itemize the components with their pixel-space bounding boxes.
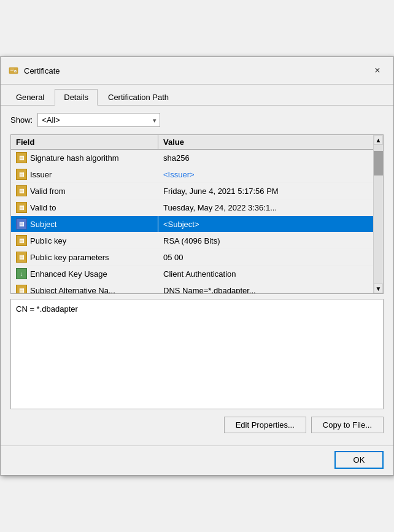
close-button[interactable]: × bbox=[369, 62, 386, 79]
copy-to-file-button[interactable]: Copy to File... bbox=[311, 417, 384, 433]
table-inner: Field Value ▤ Signature hash algorithm s… bbox=[11, 135, 373, 293]
cert-icon: ▤ bbox=[16, 218, 27, 229]
col-value-header: Value bbox=[158, 135, 373, 149]
certificate-table: Field Value ▤ Signature hash algorithm s… bbox=[10, 134, 384, 294]
table-row[interactable]: ▤ Public key parameters 05 00 bbox=[11, 249, 373, 266]
field-cell: ▤ Subject Alternative Na... bbox=[11, 282, 158, 293]
tab-certification-path[interactable]: Certification Path bbox=[99, 89, 178, 106]
show-select-wrapper: <All> Version 1 Fields Only Extensions O… bbox=[37, 113, 160, 127]
value-cell: sha256 bbox=[158, 151, 373, 165]
scroll-thumb[interactable] bbox=[374, 151, 383, 175]
value-cell: 05 00 bbox=[158, 250, 373, 264]
tab-details[interactable]: Details bbox=[55, 89, 98, 106]
cert-icon: ▤ bbox=[16, 252, 27, 263]
cert-icon: ▤ bbox=[16, 169, 27, 180]
table-header: Field Value bbox=[11, 135, 373, 150]
table-row[interactable]: ▤ Issuer <Issuer> bbox=[11, 166, 373, 183]
edit-properties-button[interactable]: Edit Properties... bbox=[224, 417, 306, 433]
field-cell: ↓ Enhanced Key Usage bbox=[11, 266, 158, 282]
title-icon: ✓ bbox=[8, 65, 19, 76]
field-cell: ▤ Signature hash algorithm bbox=[11, 150, 158, 166]
table-row[interactable]: ▤ Subject Alternative Na... DNS Name=*.d… bbox=[11, 282, 373, 293]
title-bar: ✓ Certificate × bbox=[1, 57, 393, 85]
value-cell: Client Authentication bbox=[158, 267, 373, 281]
field-cell: ▤ Valid to bbox=[11, 199, 158, 215]
detail-box: CN = *.dbadapter bbox=[10, 299, 384, 409]
field-cell: ▤ Public key parameters bbox=[11, 249, 158, 265]
svg-rect-1 bbox=[10, 69, 14, 69]
show-select[interactable]: <All> Version 1 Fields Only Extensions O… bbox=[37, 113, 160, 127]
issuer-link[interactable]: <Issuer> bbox=[163, 170, 195, 179]
content-area: Show: <All> Version 1 Fields Only Extens… bbox=[1, 106, 393, 445]
cert-icon: ▤ bbox=[16, 152, 27, 163]
dialog-title: Certificate bbox=[24, 66, 369, 75]
show-label: Show: bbox=[10, 115, 33, 125]
cert-dl-icon: ↓ bbox=[16, 268, 27, 279]
table-scrollbar[interactable]: ▲ ▼ bbox=[373, 135, 383, 293]
tab-bar: General Details Certification Path bbox=[1, 85, 393, 106]
table-row[interactable]: ▤ Signature hash algorithm sha256 bbox=[11, 150, 373, 166]
value-cell: <Subject> bbox=[158, 217, 373, 231]
value-cell: Friday, June 4, 2021 5:17:56 PM bbox=[158, 184, 373, 198]
field-cell: ▤ Public key bbox=[11, 233, 158, 249]
field-cell: ▤ Valid from bbox=[11, 183, 158, 199]
table-row[interactable]: ▤ Valid from Friday, June 4, 2021 5:17:5… bbox=[11, 183, 373, 199]
table-row[interactable]: ↓ Enhanced Key Usage Client Authenticati… bbox=[11, 266, 373, 282]
certificate-dialog: ✓ Certificate × General Details Certific… bbox=[0, 56, 394, 476]
table-row[interactable]: ▤ Valid to Tuesday, May 24, 2022 3:36:1.… bbox=[11, 199, 373, 216]
ok-row: OK bbox=[1, 445, 393, 475]
svg-rect-2 bbox=[10, 70, 14, 71]
field-cell: ▤ Issuer bbox=[11, 166, 158, 182]
table-row[interactable]: ▤ Public key RSA (4096 Bits) bbox=[11, 233, 373, 249]
show-row: Show: <All> Version 1 Fields Only Extens… bbox=[10, 113, 384, 127]
cert-icon: ▤ bbox=[16, 285, 27, 293]
value-cell: Tuesday, May 24, 2022 3:36:1... bbox=[158, 201, 373, 215]
field-cell: ▤ Subject bbox=[11, 216, 158, 232]
value-cell: <Issuer> bbox=[158, 168, 373, 182]
cert-icon: ▤ bbox=[16, 185, 27, 196]
col-field-header: Field bbox=[11, 135, 158, 149]
value-cell: DNS Name=*.dbadapter... bbox=[158, 283, 373, 294]
cert-icon: ▤ bbox=[16, 202, 27, 213]
scroll-down-button[interactable]: ▼ bbox=[374, 283, 383, 293]
scroll-up-button[interactable]: ▲ bbox=[374, 135, 383, 145]
value-cell: RSA (4096 Bits) bbox=[158, 234, 373, 248]
tab-general[interactable]: General bbox=[7, 89, 53, 106]
cert-icon: ▤ bbox=[16, 235, 27, 246]
svg-text:✓: ✓ bbox=[15, 71, 17, 73]
table-row-selected[interactable]: ▤ Subject <Subject> bbox=[11, 216, 373, 233]
ok-button[interactable]: OK bbox=[334, 451, 384, 469]
scroll-track bbox=[374, 145, 383, 283]
detail-text: CN = *.dbadapter bbox=[16, 304, 78, 314]
button-row: Edit Properties... Copy to File... bbox=[10, 417, 384, 433]
